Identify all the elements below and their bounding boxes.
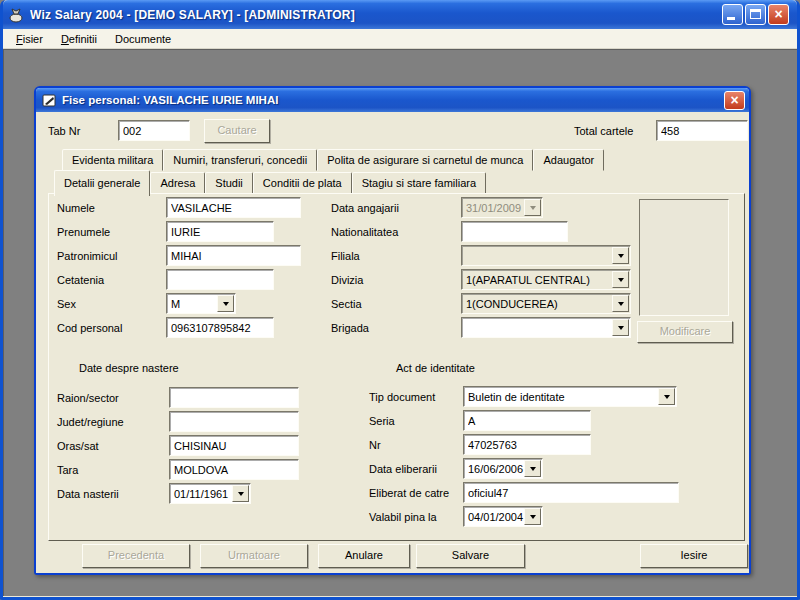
data-nasterii-combo[interactable]: 01/11/1961 (169, 483, 251, 504)
sex-combo[interactable]: M (166, 293, 236, 314)
sectia-label: Sectia (331, 298, 362, 310)
tara-input[interactable] (169, 459, 299, 480)
close-icon: × (769, 5, 788, 24)
divizia-label: Divizia (331, 274, 363, 286)
data-angajarii-combo: 31/01/2009 (461, 197, 543, 218)
mdi-area: Fise personal: VASILACHE IURIE MIHAI × T… (3, 49, 797, 596)
dialog-title: Fise personal: VASILACHE IURIE MIHAI (62, 94, 724, 106)
menu-bar: FisierDefinitiiDocumente (3, 29, 797, 49)
raion-input[interactable] (169, 387, 299, 408)
tip-document-combo[interactable]: Buletin de identitate (463, 386, 677, 407)
cod-personal-input[interactable] (166, 317, 274, 338)
brigada-combo[interactable] (461, 317, 631, 338)
valabil-label: Valabil pina la (369, 511, 437, 523)
detalii-generale-page: Numele Prenumele Patronimicul Cetatenia … (48, 193, 745, 541)
minimize-button[interactable] (722, 4, 743, 25)
close-button[interactable]: × (768, 4, 789, 25)
filiala-combo[interactable] (461, 245, 631, 266)
nr-input[interactable] (463, 434, 591, 455)
oras-input[interactable] (169, 435, 299, 456)
main-window: Wiz Salary 2004 - [DEMO SALARY] - [ADMIN… (0, 0, 800, 600)
tab-stagiu-si-stare-familiara[interactable]: Stagiu si stare familiara (352, 172, 486, 194)
total-cartele-label: Total cartele (574, 125, 633, 137)
dialog-icon (41, 92, 57, 108)
data-eliberarii-dropdown-icon[interactable] (524, 460, 541, 477)
dialog-close-icon: × (725, 92, 744, 109)
minimize-icon (727, 17, 735, 20)
patronimicul-input[interactable] (166, 245, 301, 266)
valabil-dropdown-icon[interactable] (524, 508, 541, 525)
divizia-dropdown-icon[interactable] (612, 271, 629, 288)
oras-label: Oras/sat (57, 440, 99, 452)
eliberat-label: Eliberat de catre (369, 487, 449, 499)
menu-fisier[interactable]: Fisier (7, 31, 52, 47)
tara-label: Tara (57, 464, 78, 476)
filiala-dropdown-icon[interactable] (612, 247, 629, 264)
cautare-button: Cautare (204, 119, 270, 143)
nationalitatea-label: Nationalitatea (331, 226, 398, 238)
tab-adresa[interactable]: Adresa (150, 172, 205, 194)
sectia-dropdown-icon[interactable] (612, 295, 629, 312)
divizia-combo[interactable]: 1(APARATUL CENTRAL) (461, 269, 631, 290)
data-eliberarii-combo[interactable]: 16/06/2006 (463, 458, 543, 479)
data-angajarii-label: Data angajarii (331, 202, 399, 214)
menu-definitii[interactable]: Definitii (52, 31, 106, 47)
patronimicul-label: Patronimicul (57, 250, 118, 262)
app-icon (9, 7, 25, 23)
main-titlebar: Wiz Salary 2004 - [DEMO SALARY] - [ADMIN… (3, 0, 797, 29)
seria-label: Seria (369, 415, 395, 427)
act-section-title: Act de identitate (396, 362, 475, 374)
brigada-dropdown-icon[interactable] (612, 319, 629, 336)
precedenta-button: Precedenta (82, 544, 190, 568)
raion-label: Raion/sector (57, 392, 119, 404)
cod-personal-label: Cod personal (57, 322, 122, 334)
tab-conditii-de-plata[interactable]: Conditii de plata (253, 172, 352, 194)
anulare-button[interactable]: Anulare (318, 544, 410, 568)
eliberat-input[interactable] (463, 482, 679, 503)
tab-studii[interactable]: Studii (205, 172, 253, 194)
nastere-section-title: Date despre nastere (79, 362, 179, 374)
cetatenia-input[interactable] (166, 269, 274, 290)
nr-label: Nr (369, 439, 381, 451)
tab-row-1: Evidenta militaraNumiri, transferuri, co… (62, 149, 604, 171)
dialog-body: Tab Nr Cautare Total cartele Evidenta mi… (36, 112, 749, 573)
salvare-button[interactable]: Salvare (416, 544, 525, 568)
tab-nr-label: Tab Nr (48, 125, 80, 137)
menu-documente[interactable]: Documente (106, 31, 180, 47)
sectia-combo[interactable]: 1(CONDUCEREA) (461, 293, 631, 314)
total-cartele-input[interactable] (656, 120, 748, 141)
tab-detalii-generale[interactable]: Detalii generale (54, 170, 150, 196)
sex-label: Sex (57, 298, 76, 310)
data-eliberarii-label: Data eliberarii (369, 463, 437, 475)
numele-input[interactable] (166, 197, 301, 218)
tab-polita-de-asigurare-si-carnetul-de-munca[interactable]: Polita de asigurare si carnetul de munca (317, 149, 533, 171)
tab-adaugator[interactable]: Adaugator (533, 149, 604, 171)
maximize-button[interactable] (745, 4, 766, 25)
data-nasterii-dropdown-icon[interactable] (232, 485, 249, 502)
prenumele-label: Prenumele (57, 226, 110, 238)
judet-label: Judet/regiune (57, 416, 124, 428)
tab-evidenta-militara[interactable]: Evidenta militara (62, 149, 163, 171)
brigada-label: Brigada (331, 322, 369, 334)
tab-nr-input[interactable] (118, 120, 190, 141)
maximize-icon (750, 9, 761, 19)
cetatenia-label: Cetatenia (57, 274, 104, 286)
judet-input[interactable] (169, 411, 299, 432)
filiala-label: Filiala (331, 250, 360, 262)
prenumele-input[interactable] (166, 221, 274, 242)
tip-document-label: Tip document (369, 391, 435, 403)
data-nasterii-label: Data nasterii (57, 488, 119, 500)
tab-numiri-transferuri-concedii[interactable]: Numiri, transferuri, concedii (163, 149, 317, 171)
iesire-button[interactable]: Iesire (640, 544, 748, 568)
sex-dropdown-icon[interactable] (217, 295, 234, 312)
fise-personal-dialog: Fise personal: VASILACHE IURIE MIHAI × T… (34, 86, 751, 575)
valabil-combo[interactable]: 04/01/2004 (463, 506, 543, 527)
nationalitatea-input[interactable] (461, 221, 568, 242)
urmatoare-button: Urmatoare (200, 544, 308, 568)
dialog-close-button[interactable]: × (724, 91, 745, 110)
modificare-button: Modificare (637, 321, 733, 343)
dialog-titlebar: Fise personal: VASILACHE IURIE MIHAI × (36, 88, 749, 112)
photo-placeholder (639, 199, 729, 316)
seria-input[interactable] (463, 410, 591, 431)
tip-document-dropdown-icon[interactable] (658, 388, 675, 405)
